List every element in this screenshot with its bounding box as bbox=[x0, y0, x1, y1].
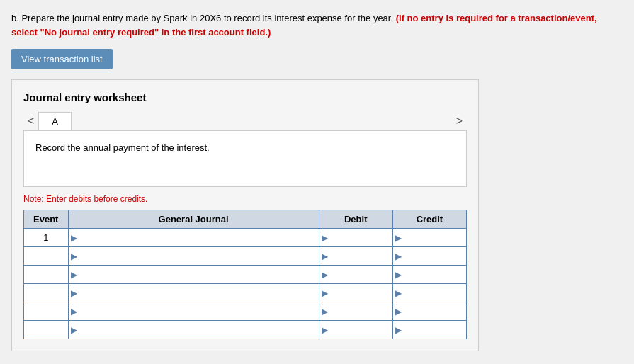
tab-content-area: Record the annual payment of the interes… bbox=[23, 130, 467, 187]
event-cell: 1 bbox=[24, 229, 69, 247]
credit-cell[interactable]: ▶ bbox=[392, 266, 466, 284]
debit-input[interactable] bbox=[330, 249, 392, 263]
header-credit: Credit bbox=[392, 210, 466, 229]
credit-dropdown-arrow: ▶ bbox=[393, 233, 404, 243]
debit-cell[interactable]: ▶ bbox=[319, 266, 392, 284]
gj-input[interactable] bbox=[79, 249, 319, 263]
debit-cell[interactable]: ▶ bbox=[319, 321, 392, 339]
debit-input[interactable] bbox=[330, 268, 392, 281]
debit-dropdown-arrow: ▶ bbox=[319, 325, 330, 335]
tab-nav-right[interactable]: > bbox=[452, 113, 467, 130]
gj-cell[interactable]: ▶ bbox=[68, 321, 319, 339]
table-row: ▶▶▶ bbox=[24, 321, 467, 339]
gj-input[interactable] bbox=[79, 286, 319, 300]
credit-cell[interactable]: ▶ bbox=[392, 229, 466, 247]
debit-input[interactable] bbox=[330, 305, 392, 318]
debit-cell[interactable]: ▶ bbox=[319, 229, 392, 247]
debit-input[interactable] bbox=[330, 323, 392, 336]
credit-input[interactable] bbox=[404, 305, 466, 318]
debit-input[interactable] bbox=[330, 231, 392, 244]
gj-dropdown-arrow: ▶ bbox=[69, 288, 79, 298]
credit-input[interactable] bbox=[404, 231, 466, 244]
gj-cell[interactable]: ▶ bbox=[68, 247, 319, 266]
gj-dropdown-arrow: ▶ bbox=[69, 307, 79, 317]
instruction-main: b. Prepare the journal entry made by Spa… bbox=[11, 13, 393, 23]
credit-dropdown-arrow: ▶ bbox=[393, 270, 404, 280]
header-event: Event bbox=[24, 210, 69, 229]
gj-dropdown-arrow: ▶ bbox=[69, 325, 79, 335]
event-cell bbox=[24, 266, 69, 284]
gj-input[interactable] bbox=[79, 323, 319, 336]
debit-cell[interactable]: ▶ bbox=[319, 302, 392, 321]
debit-input[interactable] bbox=[330, 286, 392, 300]
debit-dropdown-arrow: ▶ bbox=[319, 251, 330, 261]
debit-cell[interactable]: ▶ bbox=[319, 284, 392, 302]
gj-dropdown-arrow: ▶ bbox=[69, 270, 79, 280]
gj-cell[interactable]: ▶ bbox=[68, 284, 319, 302]
tab-wrapper: A bbox=[38, 112, 467, 130]
note-text: Note: Enter debits before credits. bbox=[23, 194, 467, 204]
credit-dropdown-arrow: ▶ bbox=[393, 251, 404, 261]
tab-a[interactable]: A bbox=[38, 112, 72, 130]
tab-nav-left[interactable]: < bbox=[23, 113, 38, 130]
gj-dropdown-arrow: ▶ bbox=[69, 251, 79, 261]
journal-table: Event General Journal Debit Credit 1▶▶▶▶… bbox=[23, 210, 467, 339]
gj-dropdown-arrow: ▶ bbox=[69, 233, 79, 243]
credit-input[interactable] bbox=[404, 286, 466, 300]
table-row: ▶▶▶ bbox=[24, 284, 467, 302]
header-debit: Debit bbox=[319, 210, 392, 229]
credit-input[interactable] bbox=[404, 268, 466, 281]
credit-cell[interactable]: ▶ bbox=[392, 302, 466, 321]
credit-input[interactable] bbox=[404, 249, 466, 263]
event-cell bbox=[24, 247, 69, 266]
event-cell bbox=[24, 321, 69, 339]
credit-cell[interactable]: ▶ bbox=[392, 321, 466, 339]
worksheet-container: Journal entry worksheet < A > Record the… bbox=[11, 79, 479, 351]
credit-dropdown-arrow: ▶ bbox=[393, 325, 404, 335]
debit-cell[interactable]: ▶ bbox=[319, 247, 392, 266]
credit-dropdown-arrow: ▶ bbox=[393, 307, 404, 317]
gj-cell[interactable]: ▶ bbox=[68, 302, 319, 321]
credit-cell[interactable]: ▶ bbox=[392, 247, 466, 266]
credit-input[interactable] bbox=[404, 323, 466, 336]
gj-cell[interactable]: ▶ bbox=[68, 266, 319, 284]
instruction-text: b. Prepare the journal entry made by Spa… bbox=[11, 11, 623, 39]
event-cell bbox=[24, 284, 69, 302]
event-cell bbox=[24, 302, 69, 321]
credit-cell[interactable]: ▶ bbox=[392, 284, 466, 302]
view-transaction-button[interactable]: View transaction list bbox=[11, 49, 113, 69]
gj-input[interactable] bbox=[79, 305, 319, 318]
gj-input[interactable] bbox=[79, 268, 319, 281]
table-row: 1▶▶▶ bbox=[24, 229, 467, 247]
debit-dropdown-arrow: ▶ bbox=[319, 270, 330, 280]
debit-dropdown-arrow: ▶ bbox=[319, 233, 330, 243]
header-general-journal: General Journal bbox=[68, 210, 319, 229]
tab-row: < A > bbox=[23, 112, 467, 130]
worksheet-title: Journal entry worksheet bbox=[23, 91, 467, 103]
table-row: ▶▶▶ bbox=[24, 302, 467, 321]
table-row: ▶▶▶ bbox=[24, 266, 467, 284]
debit-dropdown-arrow: ▶ bbox=[319, 307, 330, 317]
gj-cell[interactable]: ▶ bbox=[68, 229, 319, 247]
tab-content-text: Record the annual payment of the interes… bbox=[35, 142, 210, 153]
gj-input[interactable] bbox=[79, 231, 319, 244]
table-row: ▶▶▶ bbox=[24, 247, 467, 266]
debit-dropdown-arrow: ▶ bbox=[319, 288, 330, 298]
credit-dropdown-arrow: ▶ bbox=[393, 288, 404, 298]
